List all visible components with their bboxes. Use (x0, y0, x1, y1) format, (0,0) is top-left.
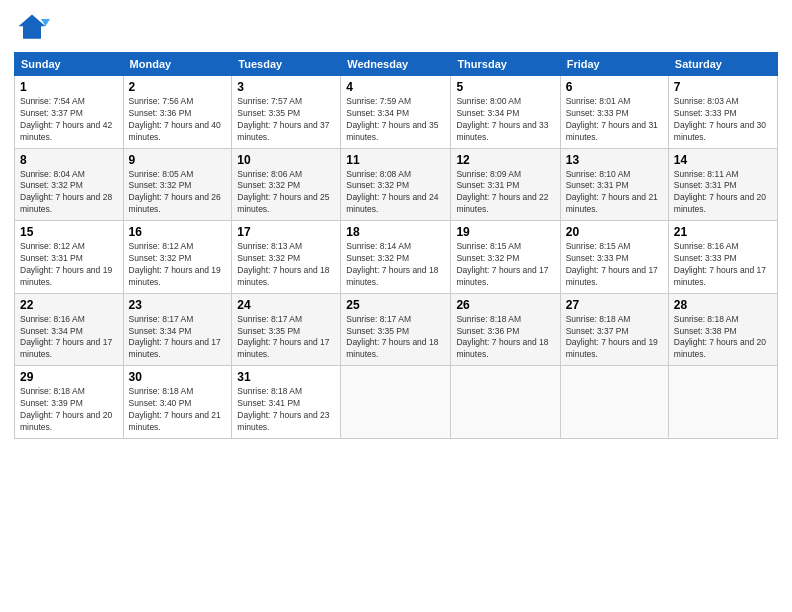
calendar-cell: 8 Sunrise: 8:04 AMSunset: 3:32 PMDayligh… (15, 148, 124, 221)
day-number: 5 (456, 80, 554, 94)
col-thursday: Thursday (451, 53, 560, 76)
day-info: Sunrise: 8:16 AMSunset: 3:33 PMDaylight:… (674, 241, 772, 289)
calendar-cell: 4 Sunrise: 7:59 AMSunset: 3:34 PMDayligh… (341, 76, 451, 149)
calendar-row: 1 Sunrise: 7:54 AMSunset: 3:37 PMDayligh… (15, 76, 778, 149)
col-sunday: Sunday (15, 53, 124, 76)
calendar-cell: 12 Sunrise: 8:09 AMSunset: 3:31 PMDaylig… (451, 148, 560, 221)
calendar-cell: 5 Sunrise: 8:00 AMSunset: 3:34 PMDayligh… (451, 76, 560, 149)
day-info: Sunrise: 8:17 AMSunset: 3:35 PMDaylight:… (346, 314, 445, 362)
calendar-cell: 23 Sunrise: 8:17 AMSunset: 3:34 PMDaylig… (123, 293, 232, 366)
day-info: Sunrise: 8:16 AMSunset: 3:34 PMDaylight:… (20, 314, 118, 362)
day-number: 19 (456, 225, 554, 239)
calendar-cell: 30 Sunrise: 8:18 AMSunset: 3:40 PMDaylig… (123, 366, 232, 439)
day-info: Sunrise: 8:04 AMSunset: 3:32 PMDaylight:… (20, 169, 118, 217)
day-number: 1 (20, 80, 118, 94)
day-number: 26 (456, 298, 554, 312)
calendar-cell: 15 Sunrise: 8:12 AMSunset: 3:31 PMDaylig… (15, 221, 124, 294)
calendar-table: Sunday Monday Tuesday Wednesday Thursday… (14, 52, 778, 439)
day-number: 21 (674, 225, 772, 239)
calendar-cell (560, 366, 668, 439)
day-info: Sunrise: 8:17 AMSunset: 3:35 PMDaylight:… (237, 314, 335, 362)
day-info: Sunrise: 7:54 AMSunset: 3:37 PMDaylight:… (20, 96, 118, 144)
day-info: Sunrise: 7:59 AMSunset: 3:34 PMDaylight:… (346, 96, 445, 144)
day-number: 11 (346, 153, 445, 167)
day-number: 15 (20, 225, 118, 239)
calendar-cell: 6 Sunrise: 8:01 AMSunset: 3:33 PMDayligh… (560, 76, 668, 149)
day-info: Sunrise: 8:11 AMSunset: 3:31 PMDaylight:… (674, 169, 772, 217)
calendar-cell: 17 Sunrise: 8:13 AMSunset: 3:32 PMDaylig… (232, 221, 341, 294)
logo (14, 10, 54, 46)
col-friday: Friday (560, 53, 668, 76)
calendar-cell: 2 Sunrise: 7:56 AMSunset: 3:36 PMDayligh… (123, 76, 232, 149)
day-info: Sunrise: 8:06 AMSunset: 3:32 PMDaylight:… (237, 169, 335, 217)
day-info: Sunrise: 8:15 AMSunset: 3:32 PMDaylight:… (456, 241, 554, 289)
header (14, 10, 778, 46)
calendar-cell: 25 Sunrise: 8:17 AMSunset: 3:35 PMDaylig… (341, 293, 451, 366)
calendar-cell (668, 366, 777, 439)
day-number: 4 (346, 80, 445, 94)
day-info: Sunrise: 8:14 AMSunset: 3:32 PMDaylight:… (346, 241, 445, 289)
day-number: 27 (566, 298, 663, 312)
calendar-cell (341, 366, 451, 439)
day-number: 17 (237, 225, 335, 239)
day-number: 20 (566, 225, 663, 239)
calendar-cell: 27 Sunrise: 8:18 AMSunset: 3:37 PMDaylig… (560, 293, 668, 366)
day-info: Sunrise: 8:01 AMSunset: 3:33 PMDaylight:… (566, 96, 663, 144)
day-number: 8 (20, 153, 118, 167)
day-info: Sunrise: 8:17 AMSunset: 3:34 PMDaylight:… (129, 314, 227, 362)
day-number: 10 (237, 153, 335, 167)
col-wednesday: Wednesday (341, 53, 451, 76)
calendar-row: 29 Sunrise: 8:18 AMSunset: 3:39 PMDaylig… (15, 366, 778, 439)
calendar-cell: 13 Sunrise: 8:10 AMSunset: 3:31 PMDaylig… (560, 148, 668, 221)
day-number: 24 (237, 298, 335, 312)
day-number: 22 (20, 298, 118, 312)
day-info: Sunrise: 8:18 AMSunset: 3:37 PMDaylight:… (566, 314, 663, 362)
day-number: 3 (237, 80, 335, 94)
day-number: 29 (20, 370, 118, 384)
day-number: 9 (129, 153, 227, 167)
day-number: 13 (566, 153, 663, 167)
day-info: Sunrise: 8:12 AMSunset: 3:31 PMDaylight:… (20, 241, 118, 289)
day-info: Sunrise: 8:18 AMSunset: 3:36 PMDaylight:… (456, 314, 554, 362)
calendar-cell: 26 Sunrise: 8:18 AMSunset: 3:36 PMDaylig… (451, 293, 560, 366)
day-number: 12 (456, 153, 554, 167)
calendar-row: 8 Sunrise: 8:04 AMSunset: 3:32 PMDayligh… (15, 148, 778, 221)
calendar-cell: 20 Sunrise: 8:15 AMSunset: 3:33 PMDaylig… (560, 221, 668, 294)
day-number: 7 (674, 80, 772, 94)
col-saturday: Saturday (668, 53, 777, 76)
day-number: 6 (566, 80, 663, 94)
calendar-cell: 11 Sunrise: 8:08 AMSunset: 3:32 PMDaylig… (341, 148, 451, 221)
logo-icon (14, 10, 50, 46)
day-number: 14 (674, 153, 772, 167)
day-info: Sunrise: 8:18 AMSunset: 3:38 PMDaylight:… (674, 314, 772, 362)
day-info: Sunrise: 8:18 AMSunset: 3:40 PMDaylight:… (129, 386, 227, 434)
calendar-cell: 24 Sunrise: 8:17 AMSunset: 3:35 PMDaylig… (232, 293, 341, 366)
calendar-cell: 3 Sunrise: 7:57 AMSunset: 3:35 PMDayligh… (232, 76, 341, 149)
day-info: Sunrise: 8:18 AMSunset: 3:41 PMDaylight:… (237, 386, 335, 434)
day-info: Sunrise: 8:03 AMSunset: 3:33 PMDaylight:… (674, 96, 772, 144)
calendar-cell: 14 Sunrise: 8:11 AMSunset: 3:31 PMDaylig… (668, 148, 777, 221)
calendar-cell: 16 Sunrise: 8:12 AMSunset: 3:32 PMDaylig… (123, 221, 232, 294)
calendar-cell: 22 Sunrise: 8:16 AMSunset: 3:34 PMDaylig… (15, 293, 124, 366)
day-number: 31 (237, 370, 335, 384)
calendar-cell: 9 Sunrise: 8:05 AMSunset: 3:32 PMDayligh… (123, 148, 232, 221)
day-number: 18 (346, 225, 445, 239)
calendar-cell: 1 Sunrise: 7:54 AMSunset: 3:37 PMDayligh… (15, 76, 124, 149)
calendar-cell (451, 366, 560, 439)
day-number: 23 (129, 298, 227, 312)
calendar-cell: 21 Sunrise: 8:16 AMSunset: 3:33 PMDaylig… (668, 221, 777, 294)
day-info: Sunrise: 8:09 AMSunset: 3:31 PMDaylight:… (456, 169, 554, 217)
day-info: Sunrise: 7:57 AMSunset: 3:35 PMDaylight:… (237, 96, 335, 144)
calendar-cell: 7 Sunrise: 8:03 AMSunset: 3:33 PMDayligh… (668, 76, 777, 149)
day-number: 16 (129, 225, 227, 239)
day-info: Sunrise: 7:56 AMSunset: 3:36 PMDaylight:… (129, 96, 227, 144)
day-info: Sunrise: 8:00 AMSunset: 3:34 PMDaylight:… (456, 96, 554, 144)
calendar-header-row: Sunday Monday Tuesday Wednesday Thursday… (15, 53, 778, 76)
page: Sunday Monday Tuesday Wednesday Thursday… (0, 0, 792, 612)
calendar-cell: 29 Sunrise: 8:18 AMSunset: 3:39 PMDaylig… (15, 366, 124, 439)
svg-marker-1 (19, 15, 46, 39)
day-number: 30 (129, 370, 227, 384)
day-info: Sunrise: 8:13 AMSunset: 3:32 PMDaylight:… (237, 241, 335, 289)
calendar-cell: 19 Sunrise: 8:15 AMSunset: 3:32 PMDaylig… (451, 221, 560, 294)
col-monday: Monday (123, 53, 232, 76)
